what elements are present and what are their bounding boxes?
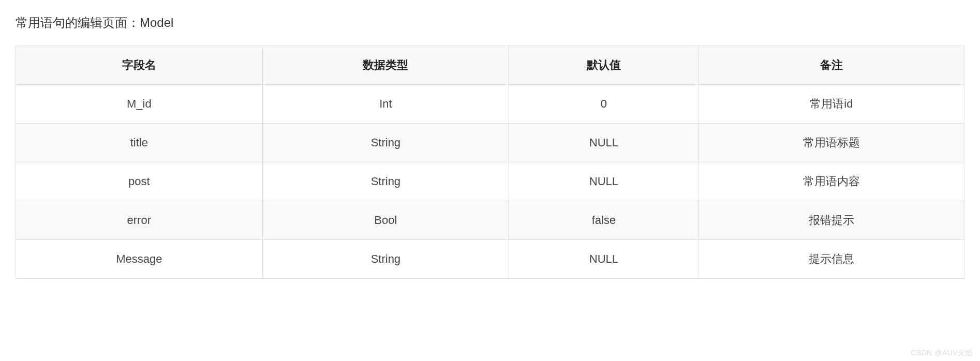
page-title: 常用语句的编辑页面：Model bbox=[16, 14, 964, 31]
cell-default: false bbox=[509, 201, 699, 240]
table-header-row: 字段名 数据类型 默认值 备注 bbox=[16, 46, 964, 85]
table-row: post String NULL 常用语内容 bbox=[16, 162, 964, 201]
cell-note: 常用语id bbox=[699, 85, 964, 124]
cell-type: String bbox=[262, 124, 509, 162]
cell-field: Message bbox=[16, 240, 263, 279]
table-row: Message String NULL 提示信息 bbox=[16, 240, 964, 279]
cell-type: String bbox=[262, 240, 509, 279]
cell-default: NULL bbox=[509, 240, 699, 279]
cell-note: 提示信息 bbox=[699, 240, 964, 279]
cell-field: M_id bbox=[16, 85, 263, 124]
cell-default: NULL bbox=[509, 124, 699, 162]
cell-field: title bbox=[16, 124, 263, 162]
model-table: 字段名 数据类型 默认值 备注 M_id Int 0 常用语id title S… bbox=[16, 46, 964, 279]
cell-field: error bbox=[16, 201, 263, 240]
cell-note: 常用语标题 bbox=[699, 124, 964, 162]
cell-type: Bool bbox=[262, 201, 509, 240]
cell-note: 报错提示 bbox=[699, 201, 964, 240]
header-type: 数据类型 bbox=[262, 46, 509, 85]
header-default: 默认值 bbox=[509, 46, 699, 85]
table-row: M_id Int 0 常用语id bbox=[16, 85, 964, 124]
cell-type: Int bbox=[262, 85, 509, 124]
cell-field: post bbox=[16, 162, 263, 201]
table-row: error Bool false 报错提示 bbox=[16, 201, 964, 240]
header-field: 字段名 bbox=[16, 46, 263, 85]
cell-note: 常用语内容 bbox=[699, 162, 964, 201]
table-row: title String NULL 常用语标题 bbox=[16, 124, 964, 162]
cell-default: NULL bbox=[509, 162, 699, 201]
cell-type: String bbox=[262, 162, 509, 201]
header-note: 备注 bbox=[699, 46, 964, 85]
cell-default: 0 bbox=[509, 85, 699, 124]
